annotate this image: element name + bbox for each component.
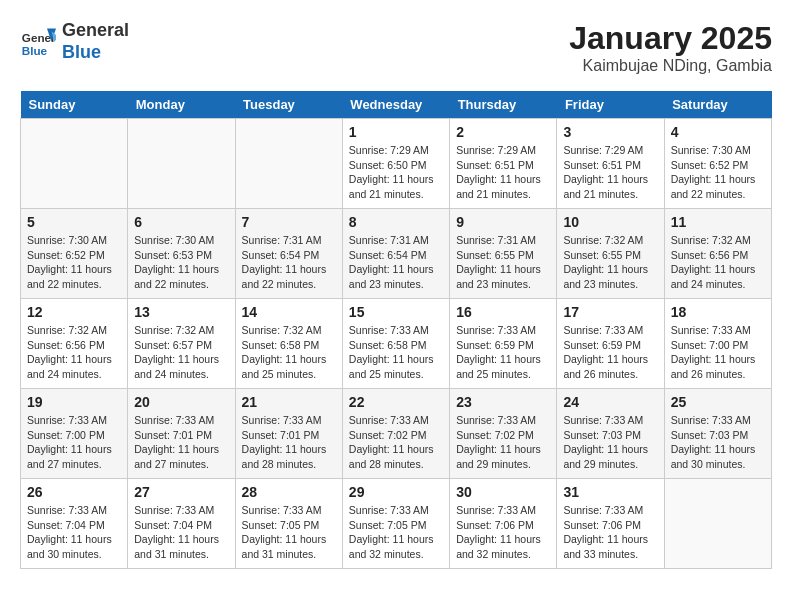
calendar-cell: 13Sunrise: 7:32 AM Sunset: 6:57 PM Dayli… (128, 299, 235, 389)
day-info: Sunrise: 7:33 AM Sunset: 7:01 PM Dayligh… (134, 413, 228, 472)
calendar-cell: 22Sunrise: 7:33 AM Sunset: 7:02 PM Dayli… (342, 389, 449, 479)
logo-text: General Blue (62, 20, 129, 63)
day-info: Sunrise: 7:33 AM Sunset: 7:05 PM Dayligh… (242, 503, 336, 562)
calendar-cell: 9Sunrise: 7:31 AM Sunset: 6:55 PM Daylig… (450, 209, 557, 299)
day-info: Sunrise: 7:31 AM Sunset: 6:55 PM Dayligh… (456, 233, 550, 292)
day-info: Sunrise: 7:33 AM Sunset: 7:04 PM Dayligh… (134, 503, 228, 562)
day-info: Sunrise: 7:32 AM Sunset: 6:56 PM Dayligh… (27, 323, 121, 382)
day-number: 26 (27, 484, 121, 500)
day-info: Sunrise: 7:33 AM Sunset: 7:02 PM Dayligh… (349, 413, 443, 472)
day-info: Sunrise: 7:32 AM Sunset: 6:55 PM Dayligh… (563, 233, 657, 292)
title-block: January 2025 Kaimbujae NDing, Gambia (569, 20, 772, 75)
day-number: 15 (349, 304, 443, 320)
day-info: Sunrise: 7:33 AM Sunset: 7:06 PM Dayligh… (563, 503, 657, 562)
calendar-title: January 2025 (569, 20, 772, 57)
day-number: 5 (27, 214, 121, 230)
day-number: 18 (671, 304, 765, 320)
day-header-monday: Monday (128, 91, 235, 119)
day-number: 22 (349, 394, 443, 410)
calendar-cell: 14Sunrise: 7:32 AM Sunset: 6:58 PM Dayli… (235, 299, 342, 389)
day-number: 27 (134, 484, 228, 500)
day-number: 19 (27, 394, 121, 410)
calendar-cell: 1Sunrise: 7:29 AM Sunset: 6:50 PM Daylig… (342, 119, 449, 209)
day-info: Sunrise: 7:29 AM Sunset: 6:51 PM Dayligh… (563, 143, 657, 202)
logo: General Blue General Blue (20, 20, 129, 63)
calendar-cell: 4Sunrise: 7:30 AM Sunset: 6:52 PM Daylig… (664, 119, 771, 209)
calendar-cell: 28Sunrise: 7:33 AM Sunset: 7:05 PM Dayli… (235, 479, 342, 569)
calendar-cell: 17Sunrise: 7:33 AM Sunset: 6:59 PM Dayli… (557, 299, 664, 389)
day-number: 13 (134, 304, 228, 320)
day-info: Sunrise: 7:33 AM Sunset: 7:00 PM Dayligh… (27, 413, 121, 472)
day-number: 14 (242, 304, 336, 320)
day-number: 6 (134, 214, 228, 230)
day-info: Sunrise: 7:33 AM Sunset: 7:03 PM Dayligh… (671, 413, 765, 472)
day-number: 31 (563, 484, 657, 500)
day-number: 1 (349, 124, 443, 140)
calendar-cell: 11Sunrise: 7:32 AM Sunset: 6:56 PM Dayli… (664, 209, 771, 299)
calendar-header-row: SundayMondayTuesdayWednesdayThursdayFrid… (21, 91, 772, 119)
calendar-cell: 23Sunrise: 7:33 AM Sunset: 7:02 PM Dayli… (450, 389, 557, 479)
day-info: Sunrise: 7:33 AM Sunset: 7:03 PM Dayligh… (563, 413, 657, 472)
day-number: 24 (563, 394, 657, 410)
day-number: 30 (456, 484, 550, 500)
day-info: Sunrise: 7:33 AM Sunset: 7:06 PM Dayligh… (456, 503, 550, 562)
day-header-friday: Friday (557, 91, 664, 119)
day-info: Sunrise: 7:31 AM Sunset: 6:54 PM Dayligh… (349, 233, 443, 292)
day-number: 20 (134, 394, 228, 410)
calendar-cell: 3Sunrise: 7:29 AM Sunset: 6:51 PM Daylig… (557, 119, 664, 209)
day-info: Sunrise: 7:33 AM Sunset: 7:02 PM Dayligh… (456, 413, 550, 472)
calendar-cell: 15Sunrise: 7:33 AM Sunset: 6:58 PM Dayli… (342, 299, 449, 389)
logo-icon: General Blue (20, 24, 56, 60)
calendar-cell: 19Sunrise: 7:33 AM Sunset: 7:00 PM Dayli… (21, 389, 128, 479)
day-number: 16 (456, 304, 550, 320)
day-info: Sunrise: 7:33 AM Sunset: 7:04 PM Dayligh… (27, 503, 121, 562)
day-header-sunday: Sunday (21, 91, 128, 119)
calendar-cell: 12Sunrise: 7:32 AM Sunset: 6:56 PM Dayli… (21, 299, 128, 389)
day-info: Sunrise: 7:30 AM Sunset: 6:53 PM Dayligh… (134, 233, 228, 292)
day-info: Sunrise: 7:30 AM Sunset: 6:52 PM Dayligh… (671, 143, 765, 202)
calendar-subtitle: Kaimbujae NDing, Gambia (569, 57, 772, 75)
calendar-table: SundayMondayTuesdayWednesdayThursdayFrid… (20, 91, 772, 569)
day-info: Sunrise: 7:30 AM Sunset: 6:52 PM Dayligh… (27, 233, 121, 292)
day-number: 25 (671, 394, 765, 410)
calendar-cell: 7Sunrise: 7:31 AM Sunset: 6:54 PM Daylig… (235, 209, 342, 299)
day-info: Sunrise: 7:33 AM Sunset: 7:05 PM Dayligh… (349, 503, 443, 562)
calendar-cell (128, 119, 235, 209)
day-number: 21 (242, 394, 336, 410)
day-number: 2 (456, 124, 550, 140)
calendar-cell: 16Sunrise: 7:33 AM Sunset: 6:59 PM Dayli… (450, 299, 557, 389)
day-info: Sunrise: 7:33 AM Sunset: 7:01 PM Dayligh… (242, 413, 336, 472)
day-info: Sunrise: 7:32 AM Sunset: 6:57 PM Dayligh… (134, 323, 228, 382)
day-header-tuesday: Tuesday (235, 91, 342, 119)
calendar-cell (21, 119, 128, 209)
calendar-cell: 31Sunrise: 7:33 AM Sunset: 7:06 PM Dayli… (557, 479, 664, 569)
svg-text:Blue: Blue (22, 43, 48, 56)
day-info: Sunrise: 7:33 AM Sunset: 6:58 PM Dayligh… (349, 323, 443, 382)
calendar-cell: 25Sunrise: 7:33 AM Sunset: 7:03 PM Dayli… (664, 389, 771, 479)
calendar-cell: 6Sunrise: 7:30 AM Sunset: 6:53 PM Daylig… (128, 209, 235, 299)
calendar-cell: 5Sunrise: 7:30 AM Sunset: 6:52 PM Daylig… (21, 209, 128, 299)
calendar-cell: 27Sunrise: 7:33 AM Sunset: 7:04 PM Dayli… (128, 479, 235, 569)
day-number: 10 (563, 214, 657, 230)
calendar-cell: 10Sunrise: 7:32 AM Sunset: 6:55 PM Dayli… (557, 209, 664, 299)
week-row-3: 12Sunrise: 7:32 AM Sunset: 6:56 PM Dayli… (21, 299, 772, 389)
calendar-cell (235, 119, 342, 209)
calendar-cell: 30Sunrise: 7:33 AM Sunset: 7:06 PM Dayli… (450, 479, 557, 569)
calendar-cell: 18Sunrise: 7:33 AM Sunset: 7:00 PM Dayli… (664, 299, 771, 389)
page-header: General Blue General Blue January 2025 K… (20, 20, 772, 75)
day-number: 3 (563, 124, 657, 140)
day-number: 28 (242, 484, 336, 500)
day-info: Sunrise: 7:32 AM Sunset: 6:58 PM Dayligh… (242, 323, 336, 382)
day-info: Sunrise: 7:32 AM Sunset: 6:56 PM Dayligh… (671, 233, 765, 292)
day-info: Sunrise: 7:29 AM Sunset: 6:51 PM Dayligh… (456, 143, 550, 202)
calendar-cell: 24Sunrise: 7:33 AM Sunset: 7:03 PM Dayli… (557, 389, 664, 479)
calendar-cell: 29Sunrise: 7:33 AM Sunset: 7:05 PM Dayli… (342, 479, 449, 569)
day-header-wednesday: Wednesday (342, 91, 449, 119)
calendar-cell: 20Sunrise: 7:33 AM Sunset: 7:01 PM Dayli… (128, 389, 235, 479)
day-number: 23 (456, 394, 550, 410)
day-info: Sunrise: 7:29 AM Sunset: 6:50 PM Dayligh… (349, 143, 443, 202)
day-number: 17 (563, 304, 657, 320)
week-row-2: 5Sunrise: 7:30 AM Sunset: 6:52 PM Daylig… (21, 209, 772, 299)
day-number: 7 (242, 214, 336, 230)
day-header-saturday: Saturday (664, 91, 771, 119)
